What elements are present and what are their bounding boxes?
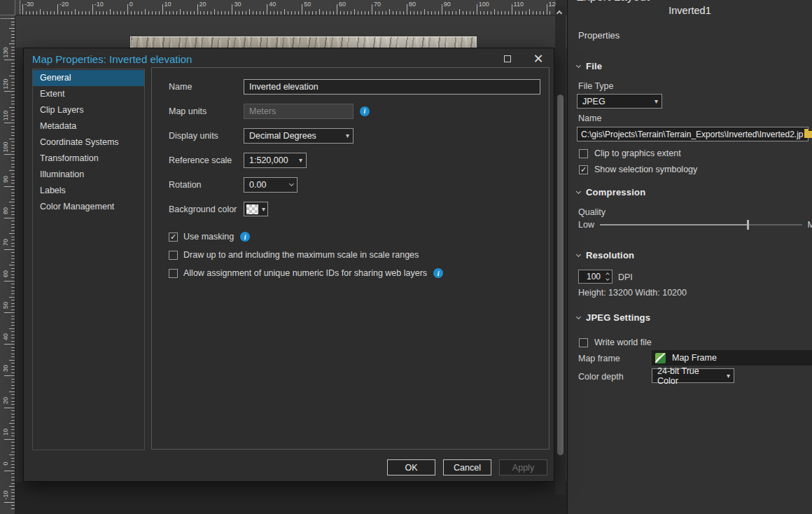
display-units-row: Display units Decimal Degrees ▾	[169, 123, 549, 148]
ok-button[interactable]: OK	[387, 459, 435, 475]
sidebar-item-metadata[interactable]: Metadata	[33, 118, 144, 134]
ruler-major-tick	[512, 4, 512, 15]
ruler-minor-tick	[9, 423, 15, 424]
ruler-minor-tick	[211, 11, 211, 15]
ruler-minor-tick	[176, 11, 177, 15]
ruler-minor-tick	[11, 97, 15, 98]
ruler-minor-tick	[11, 445, 15, 446]
spinner-down-icon[interactable]	[606, 277, 610, 281]
sidebar-item-transformation[interactable]: Transformation	[33, 151, 144, 167]
dpi-spinner[interactable]: 100	[578, 270, 612, 284]
ruler-minor-tick	[235, 11, 236, 15]
color-depth-dropdown[interactable]: 24-bit True Color ▾	[652, 368, 734, 383]
ruler-minor-tick	[9, 328, 15, 329]
name-row: Name Inverted elevation	[169, 74, 549, 99]
browse-folder-icon[interactable]	[804, 131, 812, 138]
ruler-minor-tick	[11, 243, 15, 244]
ruler-minor-tick	[11, 452, 15, 452]
ruler-minor-tick	[11, 47, 15, 48]
file-type-dropdown[interactable]: JPEG ▾	[577, 94, 662, 109]
map-frame-dropdown[interactable]: Map Frame	[652, 350, 812, 366]
sidebar-item-labels[interactable]: Labels	[33, 183, 144, 199]
compression-section-header[interactable]: Compression	[577, 187, 645, 197]
sidebar-item-illumination[interactable]: Illumination	[33, 167, 144, 183]
ruler-minor-tick	[9, 297, 15, 298]
info-icon[interactable]: i	[240, 232, 250, 242]
ruler-minor-tick	[11, 262, 15, 263]
sidebar-item-coordinate-systems[interactable]: Coordinate Systems	[33, 134, 144, 151]
draw-max-scale-checkbox[interactable]: ✓	[169, 251, 178, 260]
quality-slider[interactable]	[600, 224, 802, 225]
sidebar-item-color-management[interactable]: Color Management	[33, 199, 144, 215]
checkmark-icon: ✓	[170, 232, 176, 242]
reference-scale-label: Reference scale	[169, 155, 244, 165]
ruler-minor-tick	[11, 464, 15, 465]
scroll-up-icon[interactable]	[556, 11, 562, 16]
dialog-titlebar[interactable]: Map Properties: Inverted elevation ✕	[24, 48, 554, 69]
ruler-minor-tick	[204, 11, 204, 15]
ruler-minor-tick	[526, 11, 526, 15]
ruler-minor-tick	[11, 141, 15, 142]
close-icon: ✕	[533, 55, 543, 62]
ruler-minor-tick	[414, 11, 414, 15]
sidebar-item-general[interactable]: General	[33, 70, 144, 86]
ruler-minor-tick	[89, 11, 90, 15]
canvas-vertical-scrollbar[interactable]	[555, 6, 566, 494]
ruler-minor-tick	[438, 11, 439, 15]
write-world-file-checkbox[interactable]: ✓	[579, 338, 588, 347]
cancel-button[interactable]: Cancel	[443, 459, 491, 475]
background-color-picker[interactable]: ▾	[244, 202, 268, 216]
ruler-minor-tick	[11, 489, 15, 490]
chevron-down-icon	[576, 314, 581, 319]
rotation-combobox[interactable]: 0.00	[244, 177, 298, 193]
color-depth-value: 24-bit True Color	[657, 366, 722, 386]
ruler-minor-tick	[11, 214, 15, 215]
ruler-label: -10	[94, 1, 104, 8]
ruler-minor-tick	[9, 233, 15, 234]
ruler-minor-tick	[421, 11, 421, 15]
ruler-minor-tick	[11, 341, 15, 342]
ruler-minor-tick	[11, 483, 15, 484]
unique-ids-checkbox[interactable]: ✓	[169, 269, 178, 278]
sidebar-item-extent[interactable]: Extent	[33, 86, 144, 102]
resolution-section-header[interactable]: Resolution	[577, 250, 634, 261]
file-path-input[interactable]: C:\gis\Projects\Terrain\Terrain_Exports\…	[577, 127, 808, 141]
ruler-minor-tick	[11, 31, 15, 32]
display-units-dropdown[interactable]: Decimal Degrees ▾	[244, 128, 354, 144]
info-icon[interactable]: i	[433, 268, 443, 278]
ruler-minor-tick	[316, 11, 316, 15]
name-input[interactable]: Inverted elevation	[244, 79, 540, 95]
vertical-ruler: 1301201101009080706050403020100-10	[0, 15, 15, 514]
info-icon[interactable]: i	[360, 106, 370, 116]
ruler-minor-tick	[326, 11, 327, 15]
ruler-minor-tick	[11, 420, 15, 421]
close-button[interactable]: ✕	[523, 49, 554, 69]
spinner-up-icon[interactable]	[606, 272, 610, 277]
maximize-button[interactable]	[492, 49, 523, 69]
ruler-minor-tick	[54, 11, 55, 15]
ruler-major-tick	[4, 502, 15, 503]
scrollbar-thumb[interactable]	[557, 95, 564, 455]
ruler-minor-tick	[239, 11, 239, 15]
selection-symbology-checkbox[interactable]: ✓	[579, 165, 588, 174]
jpeg-settings-section-header[interactable]: JPEG Settings	[577, 312, 650, 323]
ruler-minor-tick	[270, 11, 271, 15]
ruler-minor-tick	[11, 316, 15, 317]
file-section-header[interactable]: File	[577, 61, 602, 71]
sidebar-item-clip-layers[interactable]: Clip Layers	[33, 102, 144, 118]
ruler-minor-tick	[529, 9, 530, 15]
ruler-minor-tick	[508, 11, 509, 15]
ruler-major-tick	[337, 4, 337, 15]
ruler-minor-tick	[9, 360, 15, 361]
unique-ids-label: Allow assignment of unique numeric IDs f…	[183, 268, 427, 278]
background-color-row: Background color ▾	[169, 197, 549, 221]
slider-handle[interactable]	[747, 220, 749, 230]
clip-graphics-checkbox[interactable]: ✓	[579, 149, 588, 158]
use-masking-checkbox[interactable]: ✓	[169, 232, 178, 242]
ruler-minor-tick	[386, 11, 386, 15]
reference-scale-dropdown[interactable]: 1:520,000 ▾	[244, 153, 307, 168]
ruler-minor-tick	[11, 126, 15, 127]
ruler-minor-tick	[298, 11, 299, 15]
ruler-minor-tick	[550, 11, 550, 15]
ruler-minor-tick	[120, 11, 121, 15]
